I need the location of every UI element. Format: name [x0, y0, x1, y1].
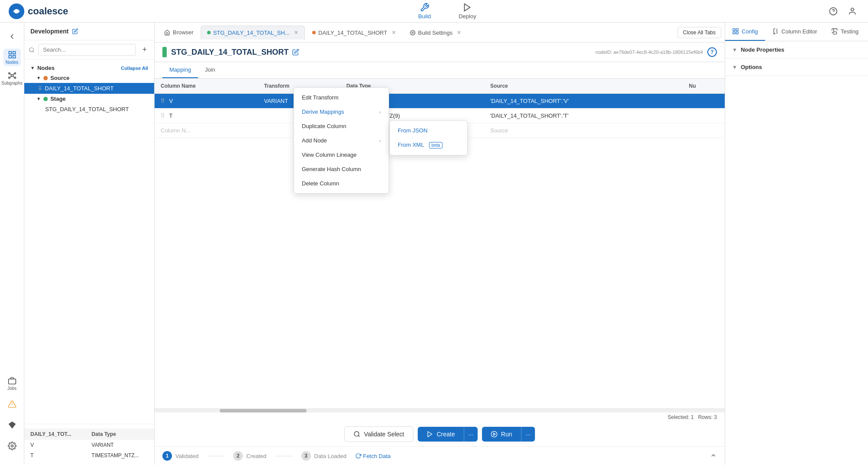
sidebar-item-daily-total[interactable]: ⠿ DAILY_14_TOTAL_SHORT: [24, 83, 154, 94]
svg-marker-30: [494, 433, 495, 435]
node-properties-header[interactable]: ▼ Node Properties: [732, 46, 861, 53]
sidebar-row-t-name: T: [24, 450, 86, 461]
mapping-tab[interactable]: Mapping: [162, 62, 198, 78]
subgraphs-label: Subgraphs: [1, 81, 22, 86]
node-header: STG_DAILY_14_TOTAL_SHORT nodeID: ae76de0…: [155, 43, 725, 62]
sidebar-title-group: Development: [30, 28, 78, 35]
build-nav-item[interactable]: Build: [413, 1, 436, 21]
diamond-nav-item[interactable]: [3, 416, 21, 434]
scrollbar-thumb[interactable]: [220, 409, 307, 412]
fetch-data-button[interactable]: Fetch Data: [355, 453, 391, 459]
build-settings-tab-close[interactable]: ✕: [457, 30, 461, 36]
step-1-num: 1: [162, 451, 172, 461]
stg-tab-close[interactable]: ✕: [294, 30, 298, 36]
column-editor-tab[interactable]: Column Editor: [765, 23, 824, 41]
add-node-label: Add Node: [302, 137, 327, 144]
collapse-all-button[interactable]: Collapse All: [121, 66, 148, 71]
row-col-name: ⠿ T: [155, 109, 258, 123]
drag-handle-icon: ⠿: [38, 86, 42, 92]
from-json-item[interactable]: From JSON: [390, 123, 467, 138]
svg-line-18: [13, 76, 14, 77]
nodes-chevron: ▼: [30, 66, 35, 70]
edit-transform-menu-item[interactable]: Edit Transform: [294, 90, 389, 105]
sidebar-header: Development: [24, 23, 154, 40]
stage-dot: [43, 97, 48, 101]
build-settings-tab[interactable]: Build Settings ✕: [403, 26, 468, 40]
jobs-icon: [8, 376, 17, 385]
from-xml-item[interactable]: From XML beta: [390, 138, 467, 152]
sidebar-table-col1-header: DAILY_14_TOT...: [24, 429, 86, 440]
sidebar-table-col2-header: Data Type: [86, 429, 154, 440]
options-header[interactable]: ▼ Options: [732, 64, 861, 70]
daily-tab[interactable]: DAILY_14_TOTAL_SHORT ✕: [306, 26, 403, 40]
search-bar: +: [24, 40, 154, 59]
derive-mappings-menu-item[interactable]: Derive Mappings › From JSON From XML bet…: [294, 105, 389, 119]
logo-icon: [9, 3, 24, 19]
daily-tab-close[interactable]: ✕: [392, 30, 396, 36]
add-node-menu-item[interactable]: Add Node ›: [294, 133, 389, 148]
options-chevron: ▼: [732, 64, 737, 70]
back-button[interactable]: [3, 28, 21, 45]
create-more-button[interactable]: ···: [464, 427, 478, 442]
svg-rect-31: [733, 29, 735, 31]
beta-badge: beta: [429, 142, 442, 148]
browser-tab[interactable]: Browser: [158, 26, 200, 39]
progress-step-data-loaded: 3 Data Loaded: [301, 451, 347, 461]
table-row[interactable]: ⠿ V VARIANT VARIANT 'DAILY_14_TOTAL_SHOR…: [155, 94, 725, 109]
sidebar-active-node-label: DAILY_14_TOTAL_SHORT: [45, 85, 114, 92]
user-icon: [848, 7, 857, 16]
user-button[interactable]: [845, 4, 859, 18]
right-panel: Config Column Editor Testing ▼ Node Prop…: [725, 23, 868, 465]
top-nav-center: Build Deploy: [413, 1, 481, 21]
join-tab[interactable]: Join: [198, 62, 222, 78]
deploy-nav-item[interactable]: Deploy: [453, 1, 481, 21]
right-panel-tabs: Config Column Editor Testing: [725, 23, 868, 41]
edit-sidebar-icon[interactable]: [72, 28, 78, 34]
config-tab-label: Config: [742, 28, 758, 35]
expand-progress-button[interactable]: [710, 452, 717, 460]
delete-column-menu-item[interactable]: Delete Column: [294, 176, 389, 191]
settings-icon: [8, 442, 17, 450]
duplicate-column-menu-item[interactable]: Duplicate Column: [294, 119, 389, 133]
daily-tab-label: DAILY_14_TOTAL_SHORT: [318, 30, 387, 36]
stage-group-header[interactable]: ▼ Stage: [24, 94, 154, 104]
create-button[interactable]: Create: [418, 427, 464, 442]
validate-select-button[interactable]: Validate Select: [344, 426, 413, 442]
testing-tab[interactable]: Testing: [824, 23, 865, 41]
nodes-group-header[interactable]: ▼ Nodes Collapse All: [24, 63, 154, 73]
help-node-button[interactable]: ?: [707, 47, 717, 57]
svg-rect-19: [8, 379, 16, 384]
stg-tab-dot: [207, 31, 211, 34]
run-button[interactable]: Run: [482, 427, 521, 442]
horizontal-scrollbar[interactable]: [155, 409, 725, 412]
from-xml-label: From XML: [398, 142, 424, 148]
placeholder-source: Source: [484, 123, 683, 138]
config-tab[interactable]: Config: [725, 23, 765, 41]
settings-nav-item[interactable]: [3, 437, 21, 455]
tab-bar: Browser STG_DAILY_14_TOTAL_SH... ✕ DAILY…: [155, 23, 725, 43]
back-icon: [8, 32, 17, 41]
close-all-tabs-button[interactable]: Close All Tabs: [677, 27, 721, 38]
sidebar-bottom: DAILY_14_TOT... Data Type V VARIANT T TI…: [24, 424, 154, 465]
row-source: 'DAILY_14_TOTAL_SHORT'.'T': [484, 109, 683, 123]
stg-tab[interactable]: STG_DAILY_14_TOTAL_SH... ✕: [201, 26, 305, 40]
help-button[interactable]: [826, 4, 840, 18]
generate-hash-menu-item[interactable]: Generate Hash Column: [294, 162, 389, 176]
run-more-button[interactable]: ···: [521, 427, 535, 442]
subgraphs-nav-item[interactable]: Subgraphs: [3, 69, 21, 87]
nu-header: Nu: [683, 79, 725, 94]
view-lineage-menu-item[interactable]: View Column Lineage: [294, 148, 389, 162]
add-node-button[interactable]: +: [139, 45, 150, 55]
view-lineage-label: View Column Lineage: [302, 152, 356, 158]
sidebar-item-stg[interactable]: STG_DAILY_14_TOTAL_SHORT: [24, 104, 154, 115]
center-panel: Browser STG_DAILY_14_TOTAL_SH... ✕ DAILY…: [155, 23, 725, 465]
run-label: Run: [501, 431, 512, 438]
jobs-nav-item[interactable]: Jobs: [3, 375, 21, 392]
search-input[interactable]: [38, 44, 136, 56]
connector-1: [207, 456, 224, 456]
warning-nav-item[interactable]: [3, 396, 21, 413]
source-group-header[interactable]: ▼ Source: [24, 73, 154, 83]
nodes-nav-item[interactable]: Nodes: [3, 49, 21, 66]
create-more-icon: ···: [469, 431, 473, 438]
edit-node-icon[interactable]: [292, 49, 299, 56]
